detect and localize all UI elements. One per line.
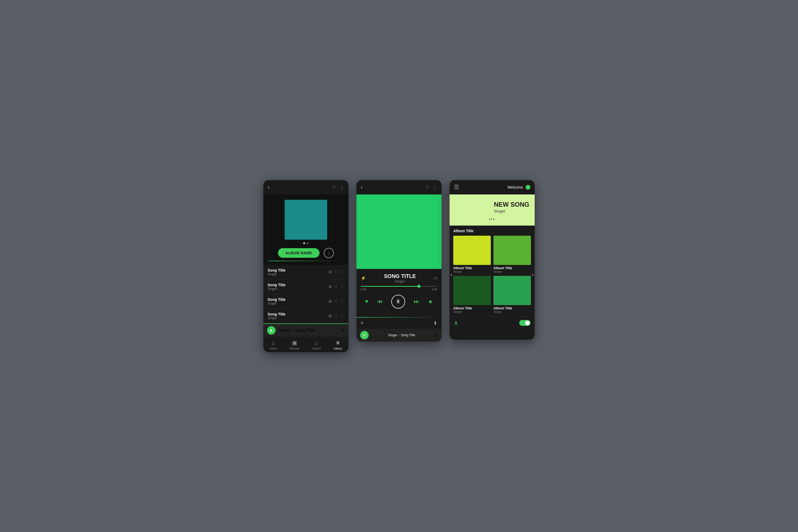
- menu-icon[interactable]: [454, 184, 459, 191]
- grid-prev-button[interactable]: ‹: [451, 271, 452, 277]
- album-card-title-1: Album Title: [453, 266, 491, 270]
- album-card-title-3: Album Title: [453, 306, 491, 310]
- toggle-switch[interactable]: [519, 320, 530, 326]
- p3-bottom-bar: [450, 317, 535, 329]
- nav-search[interactable]: Search: [312, 339, 321, 350]
- album-card-singer-4: Singer: [493, 310, 531, 314]
- album-thumb-3: [453, 276, 491, 305]
- phone-album-view: ALBUM NAME Song Title Singer ⊘ ♡ ⋮: [263, 180, 348, 352]
- album-card-2[interactable]: Album Title Singer: [493, 236, 531, 273]
- bottom-nav: Home Browser Search Library: [263, 337, 348, 352]
- albums-section: Album Title ‹ › Album Title Singer Album…: [450, 226, 535, 317]
- album-card-4[interactable]: Album Title Singer: [493, 276, 531, 314]
- time-total: 4:49: [432, 288, 437, 291]
- list-icon[interactable]: [361, 320, 364, 326]
- album-card-singer-1: Singer: [453, 270, 491, 273]
- p2-song-title: SONG TITLE: [366, 273, 434, 279]
- nav-search-label: Search: [312, 347, 321, 350]
- p3-chevron-up-icon[interactable]: [454, 320, 458, 326]
- song-item-4[interactable]: Song Title Singer ⊘ ♡ ⋮: [263, 309, 348, 323]
- p2-expand-icon[interactable]: ∧: [435, 332, 438, 338]
- p2-singer: Singer: [366, 279, 434, 283]
- phone-browse-view: Welcome NEW SONG Singer ••• Album Title …: [450, 180, 535, 340]
- nav-library-label: Library: [334, 347, 342, 350]
- pause-button[interactable]: ⏸: [391, 295, 405, 308]
- block-icon-2[interactable]: ⊘: [328, 284, 332, 289]
- time-labels: 3:45 4:49: [361, 288, 437, 291]
- block-icon-3[interactable]: ⊘: [328, 299, 332, 304]
- more-dots[interactable]: •••: [489, 217, 495, 221]
- p2-mini-player[interactable]: ⏸ Singer – Song Title ∧: [357, 329, 441, 342]
- featured-title: NEW SONG: [494, 201, 529, 208]
- progress-track: [361, 286, 437, 287]
- heart-icon[interactable]: [332, 184, 336, 190]
- song-singer-3: Singer: [268, 302, 285, 305]
- phones-container: ALBUM NAME Song Title Singer ⊘ ♡ ⋮: [263, 180, 535, 352]
- carousel-dots: [303, 242, 308, 244]
- options-icon[interactable]: ⋮: [340, 269, 344, 274]
- more-icon[interactable]: [339, 184, 344, 190]
- song-title-4: Song Title: [268, 312, 285, 316]
- green-line: [269, 261, 343, 261]
- options-icon-2[interactable]: ⋮: [340, 284, 344, 289]
- phone2-header-icons: [425, 184, 437, 190]
- album-art-section: ALBUM NAME: [263, 194, 348, 265]
- next-button[interactable]: ⏭: [414, 299, 419, 305]
- song-item-3[interactable]: Song Title Singer ⊘ ♡ ⋮: [263, 294, 348, 309]
- star-button[interactable]: ★: [428, 299, 433, 305]
- nav-library[interactable]: Library: [334, 339, 342, 350]
- fav-icon-3[interactable]: ♡: [334, 299, 338, 304]
- search-icon: [315, 339, 318, 346]
- album-card-singer-2: Singer: [493, 270, 531, 273]
- shuffle-icon[interactable]: [434, 275, 437, 281]
- song-icons-3: ⊘ ♡ ⋮: [328, 299, 344, 304]
- song-info-3: Song Title Singer: [268, 298, 285, 305]
- dot-2: [307, 242, 308, 244]
- toggle-knob: [525, 321, 530, 325]
- featured-content: NEW SONG Singer: [494, 201, 529, 213]
- grid-next-button[interactable]: ›: [532, 271, 534, 277]
- mini-player-left: ▶ Singer – Song Title: [267, 326, 314, 335]
- album-card-1[interactable]: Album Title Singer: [453, 236, 491, 273]
- mini-player-text: Singer – Song Title: [278, 328, 314, 333]
- p2-bottom-bar: [357, 318, 441, 329]
- options-icon-3[interactable]: ⋮: [340, 299, 344, 304]
- p2-back-icon[interactable]: [361, 184, 363, 191]
- p2-mini-title: Song Title: [401, 333, 415, 337]
- fav-icon[interactable]: ♡: [334, 269, 338, 274]
- block-icon-4[interactable]: ⊘: [328, 314, 332, 318]
- progress-bar-container[interactable]: [361, 286, 437, 287]
- song-icons-1: ⊘ ♡ ⋮: [328, 269, 344, 274]
- playback-controls: ♥ ⏮ ⏸ ⏭ ★: [361, 295, 437, 308]
- prev-button[interactable]: ⏮: [377, 299, 382, 305]
- album-grid: ‹ › Album Title Singer Album Title Singe…: [453, 236, 531, 314]
- fav-icon-2[interactable]: ♡: [334, 284, 338, 289]
- album-thumb-1: [453, 236, 491, 265]
- bluetooth-icon[interactable]: [361, 275, 366, 281]
- p2-mini-play-button[interactable]: ⏸: [360, 331, 369, 339]
- fav-icon-4[interactable]: ♡: [334, 314, 338, 318]
- album-name-button[interactable]: ALBUM NAME: [278, 248, 320, 258]
- options-icon-4[interactable]: ⋮: [340, 314, 344, 318]
- mini-play-icon[interactable]: ▶: [267, 326, 276, 335]
- mini-expand-icon[interactable]: ∧: [342, 328, 345, 333]
- p2-heart-icon[interactable]: [425, 184, 429, 190]
- song-singer-1: Singer: [268, 272, 285, 276]
- album-art: [285, 200, 327, 240]
- song-item-1[interactable]: Song Title Singer ⊘ ♡ ⋮: [263, 265, 348, 280]
- album-actions: ALBUM NAME: [278, 248, 334, 258]
- album-card-3[interactable]: Album Title Singer: [453, 276, 491, 314]
- block-icon[interactable]: ⊘: [328, 269, 332, 274]
- nav-home[interactable]: Home: [270, 339, 277, 350]
- p2-download-icon[interactable]: [433, 320, 437, 326]
- song-info-4: Song Title Singer: [268, 312, 285, 320]
- song-item-2[interactable]: Song Title Singer ⊘ ♡ ⋮: [263, 280, 348, 294]
- home-icon: [271, 339, 275, 346]
- back-icon[interactable]: [268, 184, 269, 191]
- favorite-button[interactable]: ♥: [365, 299, 368, 305]
- download-button[interactable]: [324, 248, 334, 258]
- nav-browser[interactable]: Browser: [290, 339, 300, 350]
- p2-more-icon[interactable]: [433, 184, 437, 190]
- mini-player[interactable]: ▶ Singer – Song Title ∧: [263, 323, 348, 337]
- song-info-2: Song Title Singer: [268, 283, 285, 291]
